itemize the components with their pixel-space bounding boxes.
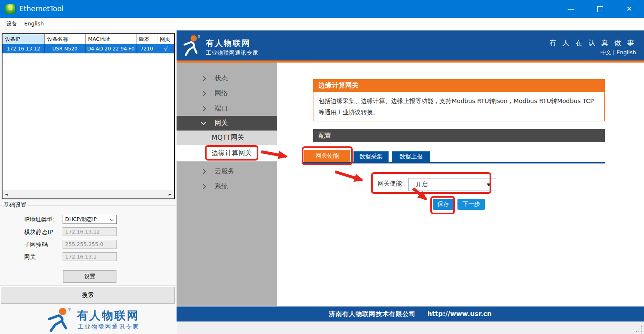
- col-device-ip[interactable]: 设备IP: [3, 34, 45, 44]
- device-tool-panel: 设备IP 设备名称 MAC地址 版本 网页 172.16.13.12 USR-N…: [0, 29, 176, 334]
- sidebar-label: MQTT网关: [212, 133, 244, 142]
- ip-type-label: IP地址类型:: [24, 216, 55, 224]
- annotation-box-enable-row: [371, 172, 491, 194]
- sidebar-item-gateway[interactable]: 网关: [177, 116, 277, 131]
- device-list: 设备IP 设备名称 MAC地址 版本 网页 172.16.13.12 USR-N…: [2, 33, 175, 199]
- web-sidebar: 状态 网络 端口 网关 MQTT网关 边缘计算网关 云服务: [177, 63, 277, 306]
- footer-url[interactable]: http://www.usr.cn: [427, 310, 492, 318]
- web-footer: 济南有人物联网技术有限公司 http://www.usr.cn: [177, 306, 644, 321]
- ip-type-value: DHCP/动态IP: [65, 216, 97, 222]
- search-button[interactable]: 搜索: [1, 287, 175, 304]
- web-header: ® 有人物联网 工业物联网通讯专家 有 人 在 认 真 做 事 中文 | Eng…: [177, 30, 644, 60]
- svg-text:®: ®: [197, 35, 200, 39]
- device-row-selected[interactable]: 172.16.13.12 USR-N520 D4 AD 20 22 94 F0 …: [3, 44, 174, 53]
- app-title: EthernetTool: [19, 0, 63, 18]
- usr-logo-figure-icon: ®: [46, 306, 74, 332]
- gateway-label: 网关: [24, 254, 36, 261]
- app-background: [177, 321, 644, 334]
- minimize-button[interactable]: [561, 0, 581, 18]
- static-ip-label: 模块静态IP: [24, 229, 53, 236]
- chevron-right-icon: [201, 169, 206, 174]
- tab-data-collection[interactable]: 数据采集: [354, 151, 389, 162]
- menu-english[interactable]: English: [23, 18, 45, 29]
- chevron-right-icon: [201, 184, 206, 189]
- maximize-button[interactable]: [590, 0, 610, 18]
- web-brand: 有人物联网: [206, 38, 251, 49]
- usr-logo-brand: 有人物联网: [77, 308, 139, 323]
- annotation-box-edge-gateway: [205, 145, 258, 161]
- maximize-icon: [597, 6, 603, 12]
- cell-device-name: USR-N520: [45, 44, 86, 53]
- device-list-header: 设备IP 设备名称 MAC地址 版本 网页: [3, 34, 174, 44]
- sidebar-item-system[interactable]: 系统: [177, 181, 277, 192]
- menubar: 设备 English: [0, 18, 644, 29]
- chevron-down-icon: [201, 120, 206, 125]
- cell-web-link[interactable]: √: [157, 44, 174, 53]
- sidebar-label: 网关: [215, 119, 228, 128]
- sidebar-item-status[interactable]: 状态: [177, 73, 277, 84]
- subnet-mask-field[interactable]: 255.255.255.0: [63, 240, 117, 249]
- set-button[interactable]: 设置: [63, 270, 116, 283]
- close-icon: ✕: [626, 5, 632, 13]
- annotation-box-save-button: [430, 196, 455, 214]
- cell-device-ip: 172.16.13.12: [3, 44, 45, 53]
- col-mac[interactable]: MAC地址: [86, 34, 136, 44]
- menu-device[interactable]: 设备: [5, 18, 19, 29]
- svg-text:®: ®: [68, 307, 71, 311]
- subnet-mask-label: 子网掩码: [24, 241, 48, 249]
- chevron-right-icon: [201, 76, 206, 81]
- language-switch[interactable]: 中文 | English: [600, 49, 636, 56]
- web-slogan: 工业物联网通讯专家: [206, 49, 258, 57]
- chevron-down-icon: [110, 217, 114, 221]
- divider: [0, 285, 176, 286]
- footer-company: 济南有人物联网技术有限公司: [329, 310, 416, 318]
- cell-version: 7210: [136, 44, 157, 53]
- titlebar: EthernetTool ✕: [0, 0, 644, 18]
- web-motto: 有 人 在 认 真 做 事: [549, 39, 636, 48]
- static-ip-field[interactable]: 172.16.13.12: [63, 227, 117, 236]
- web-logo-figure-icon: ®: [183, 35, 200, 57]
- col-device-name[interactable]: 设备名称: [45, 34, 86, 44]
- scroll-right-icon[interactable]: ►: [166, 190, 174, 198]
- chevron-right-icon: [201, 91, 206, 96]
- sidebar-label: 端口: [215, 104, 228, 113]
- close-button[interactable]: ✕: [619, 0, 639, 18]
- page-description: 包括边缘采集、边缘计算、边缘上报等功能，支持Modbus RTU转Json，Mo…: [313, 92, 605, 121]
- sidebar-item-port[interactable]: 端口: [177, 103, 277, 114]
- annotation-box-gateway-enable-tab: [302, 146, 353, 165]
- tab-data-report[interactable]: 数据上报: [392, 151, 430, 162]
- sidebar-item-network[interactable]: 网络: [177, 88, 277, 99]
- sidebar-label: 网络: [215, 89, 228, 98]
- col-web[interactable]: 网页: [157, 34, 174, 44]
- sidebar-label: 系统: [215, 182, 228, 191]
- next-button[interactable]: 下一步: [457, 199, 485, 210]
- col-version[interactable]: 版本: [136, 34, 157, 44]
- app-window: EthernetTool ✕ 设备 English 设备IP 设备名称 MAC地…: [0, 0, 644, 334]
- usr-logo: ® 有人物联网 工业物联网通讯专家: [46, 306, 171, 333]
- horizontal-scrollbar[interactable]: ◄ ►: [3, 190, 174, 198]
- gateway-field[interactable]: 172.16.13.1: [63, 252, 117, 261]
- scroll-left-icon[interactable]: ◄: [3, 190, 10, 198]
- sidebar-item-mqtt-gateway[interactable]: MQTT网关: [177, 131, 277, 145]
- sidebar-item-cloud[interactable]: 云服务: [177, 166, 277, 177]
- config-section-title: 配置: [313, 129, 605, 142]
- app-icon: [5, 4, 15, 14]
- chevron-right-icon: [201, 106, 206, 111]
- page-title-banner: 边缘计算网关: [313, 79, 605, 92]
- cell-mac: D4 AD 20 22 94 F0: [86, 44, 136, 53]
- sidebar-label: 云服务: [215, 167, 235, 176]
- basic-settings-title: 基础设置: [2, 201, 28, 209]
- sidebar-label: 状态: [215, 74, 228, 83]
- web-link-icon: √: [164, 46, 168, 52]
- resize-grip[interactable]: [636, 326, 643, 333]
- minimize-icon: [568, 9, 574, 10]
- ip-type-select[interactable]: DHCP/动态IP: [63, 215, 117, 224]
- usr-logo-slogan: 工业物联网通讯专家: [78, 323, 140, 331]
